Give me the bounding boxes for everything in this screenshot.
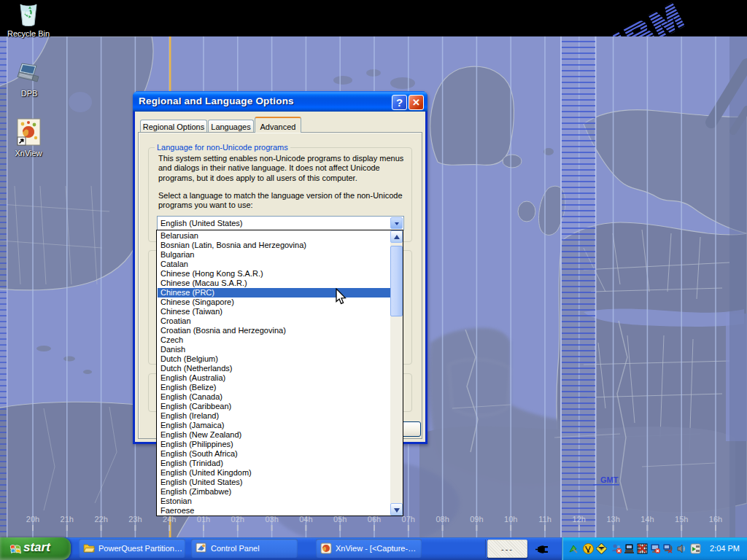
svg-text:23h: 23h — [128, 515, 142, 524]
svg-text:GMT: GMT — [600, 475, 619, 484]
svg-text:08h: 08h — [436, 515, 449, 524]
svg-text:07h: 07h — [402, 515, 415, 524]
svg-text:10h: 10h — [504, 515, 517, 524]
svg-text:20h: 20h — [26, 515, 39, 524]
svg-text:11h: 11h — [538, 515, 551, 524]
svg-text:16h: 16h — [709, 515, 722, 524]
svg-text:09h: 09h — [470, 515, 483, 524]
svg-text:12h: 12h — [573, 515, 586, 524]
svg-text:14h: 14h — [640, 515, 654, 524]
svg-text:13h: 13h — [606, 515, 619, 524]
svg-text:15h: 15h — [675, 515, 688, 524]
svg-text:22h: 22h — [94, 515, 107, 524]
svg-text:21h: 21h — [61, 515, 74, 524]
